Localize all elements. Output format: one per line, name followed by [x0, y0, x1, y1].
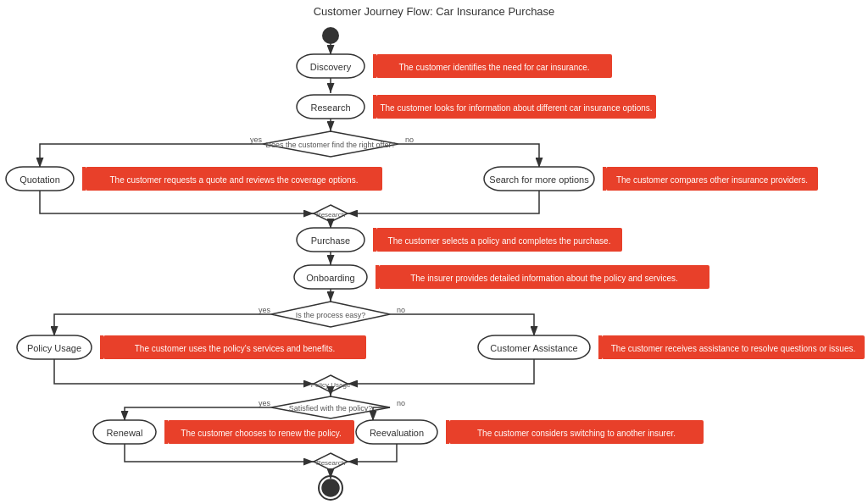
connector-renewal	[164, 420, 168, 444]
arrow-decision2-policy	[54, 314, 271, 336]
quotation-desc: The customer requests a quote and review…	[110, 175, 359, 185]
connector-policy	[100, 335, 103, 359]
arrow-decision1-quotation	[40, 144, 263, 168]
arrow-quotation-merge	[40, 191, 314, 213]
arrow-decision3-renewal	[125, 407, 271, 421]
purchase-label: Purchase	[311, 235, 350, 246]
connector-research	[373, 95, 376, 119]
start-circle	[322, 27, 339, 44]
reevaluation-label: Reevaluation	[370, 428, 424, 438]
research-merge-label: Research	[316, 211, 345, 219]
arrow-policy-merge	[54, 359, 314, 384]
search-more-label: Search for more options	[489, 174, 589, 185]
research-merge2-label: Research	[316, 459, 345, 467]
arrow-decision1-search	[398, 144, 539, 168]
arrow-decision2-assist	[390, 314, 534, 336]
arrow-assist-merge	[348, 359, 534, 384]
assist-desc: The customer receives assistance to reso…	[611, 344, 855, 353]
research-label: Research	[310, 102, 350, 113]
research-desc: The customer looks for information about…	[380, 103, 652, 113]
discovery-label: Discovery	[310, 62, 352, 72]
connector-quotation	[82, 167, 86, 191]
connector-discovery	[373, 54, 376, 78]
decision1-label: Does the customer find the right offer?	[266, 141, 396, 149]
policy-desc: The customer uses the policy's services …	[135, 344, 335, 353]
yes-label-2: yes	[259, 306, 271, 314]
arrow-renewal-merge2	[125, 444, 314, 462]
renewal-label: Renewal	[107, 428, 143, 438]
decision2-label: Is the process easy?	[296, 311, 366, 319]
end-circle-inner	[322, 479, 339, 496]
no-label-1: no	[405, 136, 414, 144]
connector-reeval	[446, 420, 449, 444]
onboarding-label: Onboarding	[306, 273, 355, 283]
purchase-desc: The customer selects a policy and comple…	[388, 236, 611, 246]
diagram-container: Customer Journey Flow: Car Insurance Pur…	[0, 0, 868, 504]
yes-label-1: yes	[250, 136, 263, 144]
policy-merge-label: Policy Usage	[311, 381, 351, 389]
connector-search	[603, 167, 606, 191]
discovery-desc: The customer identifies the need for car…	[398, 63, 589, 72]
onboarding-desc: The insurer provides detailed informatio…	[410, 274, 678, 283]
connector-assist	[598, 335, 602, 359]
reeval-desc: The customer considers switching to anot…	[477, 429, 676, 438]
diagram-title: Customer Journey Flow: Car Insurance Pur…	[314, 5, 555, 18]
connector-onboarding	[376, 265, 379, 289]
no-label-2: no	[397, 306, 405, 314]
decision3-label: Satisfied with the policy?	[289, 404, 373, 413]
yes-label-3: yes	[259, 399, 271, 407]
quotation-label: Quotation	[19, 174, 60, 185]
arrow-reeval-merge2	[348, 444, 397, 462]
policy-usage-label: Policy Usage	[27, 343, 81, 353]
arrow-search-merge	[348, 191, 539, 213]
renewal-desc: The customer chooses to renew the policy…	[181, 429, 341, 438]
search-desc: The customer compares other insurance pr…	[616, 175, 808, 185]
customer-assist-label: Customer Assistance	[490, 343, 577, 353]
no-label-3: no	[397, 399, 405, 407]
connector-purchase	[373, 228, 376, 252]
